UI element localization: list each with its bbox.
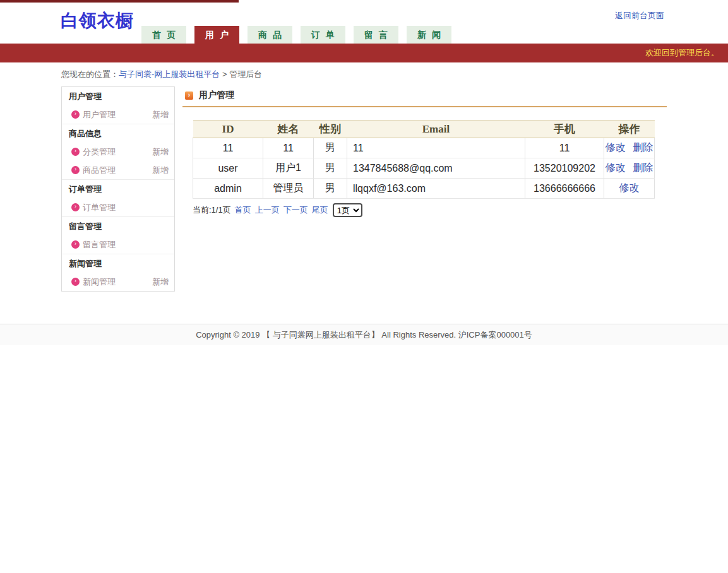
- arrow-right-circle-icon: [71, 203, 80, 211]
- sidebar-item-link[interactable]: 新闻管理: [83, 277, 116, 286]
- sidebar-section: 商品信息 分类管理 新增 商品管理 新增: [62, 124, 174, 179]
- table-row: user 用户1 男 1347845688@qq.com 13520109202…: [193, 158, 655, 179]
- sidebar-section-title: 订单管理: [62, 180, 174, 198]
- row-action-link[interactable]: 删除: [633, 162, 653, 173]
- sidebar-section-title: 留言管理: [62, 217, 174, 235]
- sidebar-item-link[interactable]: 用户管理: [83, 110, 116, 119]
- sidebar-section: 订单管理 订单管理: [62, 179, 174, 216]
- cell-gender: 男: [314, 138, 347, 158]
- cell-gender: 男: [314, 179, 347, 199]
- sidebar-item[interactable]: 用户管理 新增: [62, 105, 174, 124]
- sidebar-section: 留言管理 留言管理: [62, 216, 174, 254]
- back-to-frontend-link[interactable]: 返回前台页面: [615, 10, 664, 21]
- table-header-cell: Email: [347, 121, 525, 138]
- sidebar-item[interactable]: 订单管理: [62, 198, 174, 216]
- arrow-right-circle-icon: [71, 166, 80, 174]
- sidebar-section: 新闻管理 新闻管理 新增: [62, 254, 174, 291]
- breadcrumb-home-link[interactable]: 与子同裳-网上服装出租平台: [119, 69, 220, 79]
- table-header-cell: 姓名: [263, 121, 314, 138]
- cell-id: 11: [193, 138, 263, 158]
- panel-title-row: 用户管理: [182, 88, 667, 102]
- arrow-right-circle-icon: [71, 110, 80, 119]
- sidebar-item-link[interactable]: 订单管理: [83, 203, 116, 212]
- sidebar-item-link[interactable]: 商品管理: [83, 165, 116, 175]
- main-nav: 首页 用户 商品 订单 留言 新闻: [141, 26, 451, 44]
- nav-tab[interactable]: 商品: [248, 26, 292, 44]
- sidebar-item-link[interactable]: 分类管理: [83, 147, 116, 157]
- title-divider: [182, 106, 667, 107]
- sidebar-item[interactable]: 留言管理: [62, 235, 174, 254]
- nav-tab[interactable]: 首页: [141, 26, 186, 44]
- table-header-row: ID 姓名 性别 Email 手机 操作: [193, 121, 655, 138]
- sidebar-item[interactable]: 分类管理 新增: [62, 143, 174, 161]
- footer: Copyright © 2019 【 与子同裳网上服装出租平台】 All Rig…: [0, 324, 728, 345]
- cell-name: 用户1: [263, 158, 314, 179]
- main-panel: 用户管理 ID 姓名 性别 Email 手: [182, 86, 667, 217]
- sidebar-add-link[interactable]: 新增: [152, 161, 169, 179]
- cell-email: 11: [347, 138, 525, 158]
- panel-title: 用户管理: [199, 90, 234, 101]
- copyright-text: Copyright © 2019 【 与子同裳网上服装出租平台】 All Rig…: [196, 330, 532, 340]
- row-action-link[interactable]: 修改: [619, 182, 640, 193]
- cell-email: llqqxf@163.com: [347, 179, 525, 199]
- breadcrumb-current: 管理后台: [229, 69, 262, 79]
- cell-name: 管理员: [263, 179, 314, 199]
- pagination-link[interactable]: 下一页: [283, 204, 308, 216]
- sidebar-section-title: 商品信息: [62, 124, 174, 143]
- pagination-link[interactable]: 上一页: [255, 204, 280, 216]
- table-header-cell: 性别: [314, 121, 347, 138]
- content-area: 用户管理 用户管理 新增 商品信息 分类管理 新增: [61, 86, 667, 305]
- pagination-current: 当前:1/1页: [193, 204, 231, 216]
- nav-tab[interactable]: 用户: [194, 26, 239, 44]
- sidebar-section-title: 用户管理: [62, 87, 174, 105]
- cell-phone: 13666666666: [525, 179, 604, 199]
- page-select[interactable]: 1页: [333, 203, 362, 217]
- sidebar-section: 用户管理 用户管理 新增: [62, 87, 174, 124]
- arrow-right-circle-icon: [71, 148, 80, 156]
- row-action-link[interactable]: 修改: [606, 162, 626, 173]
- cell-id: admin: [193, 179, 263, 199]
- table-header-cell: 操作: [604, 121, 655, 138]
- arrow-right-square-icon: [185, 92, 193, 100]
- cell-name: 11: [263, 138, 314, 158]
- pagination-link[interactable]: 尾页: [312, 204, 328, 216]
- table-header-cell: ID: [193, 121, 263, 138]
- sidebar-add-link[interactable]: 新增: [152, 105, 169, 124]
- pagination: 当前:1/1页 首页 上一页 下一页 尾页 1页: [193, 203, 667, 217]
- breadcrumb-separator: >: [220, 69, 229, 79]
- cell-gender: 男: [314, 158, 347, 179]
- user-table: ID 姓名 性别 Email 手机 操作: [193, 120, 655, 199]
- sidebar-item[interactable]: 新闻管理 新增: [62, 273, 174, 291]
- cell-actions: 修改 删除: [604, 138, 655, 158]
- cell-phone: 13520109202: [525, 158, 604, 179]
- row-action-link[interactable]: 修改: [606, 142, 626, 153]
- sidebar-add-link[interactable]: 新增: [152, 143, 169, 161]
- welcome-banner: 欢迎回到管理后台。: [0, 44, 728, 62]
- arrow-right-circle-icon: [71, 240, 80, 249]
- pagination-link[interactable]: 首页: [235, 204, 251, 216]
- breadcrumb-prefix: 您现在的位置：: [61, 69, 119, 79]
- cell-id: user: [193, 158, 263, 179]
- sidebar-item-link[interactable]: 留言管理: [83, 240, 116, 249]
- welcome-text: 欢迎回到管理后台。: [645, 48, 719, 57]
- nav-tab[interactable]: 订单: [301, 26, 345, 44]
- site-logo: 白领衣橱: [61, 9, 134, 33]
- cell-actions: 修改: [604, 179, 655, 199]
- sidebar-menu: 用户管理 用户管理 新增 商品信息 分类管理 新增: [61, 86, 175, 292]
- table-row: 11 11 男 11 11 修改 删除: [193, 138, 655, 158]
- table-row: admin 管理员 男 llqqxf@163.com 13666666666 修…: [193, 179, 655, 199]
- sidebar-item[interactable]: 商品管理 新增: [62, 161, 174, 179]
- header: 白领衣橱 返回前台页面 首页 用户 商品 订单 留言 新闻: [0, 3, 728, 44]
- nav-tab[interactable]: 新闻: [407, 26, 451, 44]
- row-action-link[interactable]: 删除: [633, 142, 653, 153]
- cell-phone: 11: [525, 138, 604, 158]
- sidebar-add-link[interactable]: 新增: [152, 273, 169, 291]
- sidebar-section-title: 新闻管理: [62, 254, 174, 273]
- arrow-right-circle-icon: [71, 278, 80, 286]
- table-header-cell: 手机: [525, 121, 604, 138]
- breadcrumb: 您现在的位置：与子同裳-网上服装出租平台 > 管理后台: [61, 68, 728, 81]
- nav-tab[interactable]: 留言: [354, 26, 398, 44]
- cell-actions: 修改 删除: [604, 158, 655, 179]
- cell-email: 1347845688@qq.com: [347, 158, 525, 179]
